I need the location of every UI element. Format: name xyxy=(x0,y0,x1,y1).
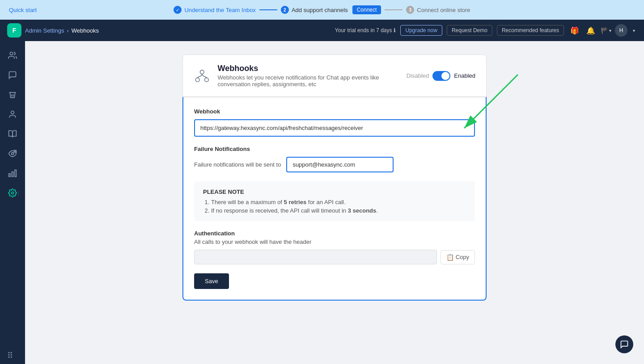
demo-button[interactable]: Request Demo xyxy=(447,25,492,36)
header-bar: F Admin Settings › Webhooks Your trial e… xyxy=(0,20,644,41)
svg-point-8 xyxy=(195,78,199,82)
form-card: Webhook Failure Notifications Failure no… xyxy=(182,97,487,301)
auth-subtitle: All calls to your webhook will have the … xyxy=(194,238,475,245)
step-3: 3 Connect online store xyxy=(406,6,470,14)
toggle-enabled-label: Enabled xyxy=(454,72,475,79)
avatar-chevron-icon[interactable]: ▾ xyxy=(631,26,637,35)
recommended-button[interactable]: Recommended features xyxy=(497,25,564,36)
sidebar-item-reports[interactable] xyxy=(4,125,21,143)
svg-rect-3 xyxy=(15,170,16,177)
failure-email-input[interactable] xyxy=(286,157,394,172)
copy-button[interactable]: 📋 Copy xyxy=(441,250,475,264)
top-bar: Quick start ✓ Understand the Team Inbox … xyxy=(0,0,644,20)
step-1-label: Understand the Team Inbox xyxy=(184,7,255,13)
info-icon: ℹ xyxy=(394,27,396,33)
note-box: PLEASE NOTE There will be a maximum of 5… xyxy=(194,181,475,221)
step-2-label: Add support channels xyxy=(292,7,348,13)
step-1-check: ✓ xyxy=(174,6,182,14)
chat-fab[interactable] xyxy=(615,335,633,353)
flag-icon: 🏴 xyxy=(601,27,608,34)
failure-notifications-section: Failure Notifications Failure notificati… xyxy=(194,146,475,172)
trial-text: Your trial ends in 7 days ℹ xyxy=(335,27,396,33)
breadcrumb-separator: › xyxy=(67,27,68,34)
auth-input-row: 📋 Copy xyxy=(194,250,475,264)
failure-label: Failure notifications will be sent to xyxy=(194,161,281,168)
upgrade-button[interactable]: Upgrade now xyxy=(400,25,442,36)
logo-area: F Admin Settings › Webhooks xyxy=(7,23,99,38)
webhook-title-area: Webhooks Webhooks let you receive notifi… xyxy=(194,64,407,88)
notification-icon[interactable]: 🔔 xyxy=(585,25,597,37)
webhook-header-section: Webhooks Webhooks let you receive notifi… xyxy=(182,54,487,97)
bottom-apps[interactable]: ⠿ xyxy=(7,351,13,360)
note-title: PLEASE NOTE xyxy=(203,188,466,195)
apps-grid-icon: ⠿ xyxy=(7,351,13,360)
svg-point-1 xyxy=(11,111,14,114)
dropdown-chevron-icon: ▾ xyxy=(609,28,611,33)
toggle-switch[interactable] xyxy=(432,71,450,81)
svg-rect-4 xyxy=(12,172,13,177)
logo: F xyxy=(7,23,21,38)
sidebar-item-analytics[interactable] xyxy=(4,164,21,182)
svg-point-7 xyxy=(200,70,204,74)
webhook-icon xyxy=(194,64,211,88)
sidebar-item-contacts[interactable] xyxy=(4,105,21,123)
step-3-num: 3 xyxy=(406,6,414,14)
breadcrumb: Admin Settings › Webhooks xyxy=(25,27,99,34)
content-area: Webhooks Webhooks let you receive notifi… xyxy=(25,41,644,364)
svg-point-0 xyxy=(10,52,13,55)
header-icons: 🎁 🔔 🏴 ▾ H ▾ xyxy=(568,24,637,37)
sidebar: ⋮ xyxy=(0,41,25,364)
toggle-slider xyxy=(432,71,450,81)
gift-icon[interactable]: 🎁 xyxy=(568,25,581,37)
step-2-num: 2 xyxy=(281,6,289,14)
webhook-page: Webhooks Webhooks let you receive notifi… xyxy=(25,41,644,314)
language-selector[interactable]: 🏴 ▾ xyxy=(601,27,611,34)
user-avatar[interactable]: H xyxy=(615,24,627,37)
step-divider-2 xyxy=(385,9,402,10)
svg-point-9 xyxy=(205,78,209,82)
header-right: Your trial ends in 7 days ℹ Upgrade now … xyxy=(335,24,637,37)
auth-title: Authentication xyxy=(194,230,475,237)
webhook-input-section: Webhook xyxy=(194,108,475,137)
sidebar-item-inbox[interactable] xyxy=(4,86,21,104)
note-item-2: If no response is received, the API call… xyxy=(211,207,466,214)
settings-dots: ⋮ xyxy=(16,191,21,196)
save-button[interactable]: Save xyxy=(194,273,229,289)
copy-icon: 📋 xyxy=(446,254,454,261)
step-3-label: Connect online store xyxy=(417,7,470,13)
step-1: ✓ Understand the Team Inbox xyxy=(174,6,255,14)
authentication-section: Authentication All calls to your webhook… xyxy=(194,230,475,264)
svg-point-6 xyxy=(12,192,14,194)
svg-point-2 xyxy=(12,153,14,155)
toggle-area: Disabled Enabled xyxy=(407,71,475,81)
step-divider-1 xyxy=(259,9,277,10)
webhook-field-label: Webhook xyxy=(194,108,475,115)
connect-button[interactable]: Connect xyxy=(352,5,381,14)
webhook-url-input[interactable] xyxy=(194,119,475,137)
failure-section-title: Failure Notifications xyxy=(194,146,475,152)
main-layout: ⋮ xyxy=(0,41,644,364)
note-item-1: There will be a maximum of 5 retries for… xyxy=(211,199,466,205)
toggle-disabled-label: Disabled xyxy=(407,72,429,79)
svg-rect-5 xyxy=(9,174,10,177)
failure-row: Failure notifications will be sent to xyxy=(194,157,475,172)
webhook-title: Webhooks Webhooks let you receive notifi… xyxy=(218,64,407,88)
page-wrapper: Webhooks Webhooks let you receive notifi… xyxy=(25,41,644,314)
sidebar-item-home[interactable] xyxy=(4,46,21,64)
quick-start-label: Quick start xyxy=(9,7,37,13)
auth-token-input[interactable] xyxy=(194,250,437,264)
sidebar-item-settings[interactable]: ⋮ xyxy=(4,184,21,202)
sidebar-item-conversations[interactable] xyxy=(4,66,21,84)
steps-navigation: ✓ Understand the Team Inbox 2 Add suppor… xyxy=(174,5,470,14)
breadcrumb-current: Webhooks xyxy=(72,27,99,34)
step-2: 2 Add support channels Connect xyxy=(281,5,381,14)
breadcrumb-parent[interactable]: Admin Settings xyxy=(25,27,64,34)
sidebar-item-campaigns[interactable] xyxy=(4,145,21,163)
